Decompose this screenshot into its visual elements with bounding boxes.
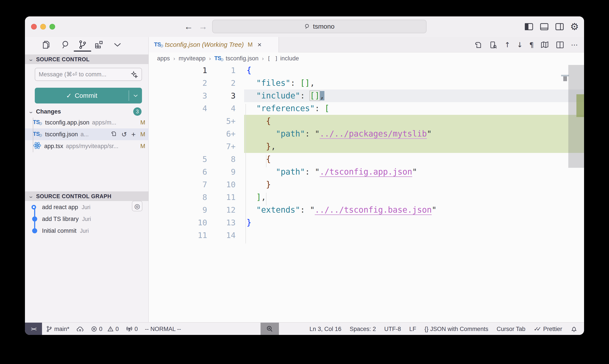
code-line-14[interactable]: 1114 [149, 229, 584, 242]
code-line-7[interactable]: 7+ }, [149, 140, 584, 153]
toggle-sidebar-icon[interactable] [524, 22, 533, 31]
cursor-tab-indicator[interactable]: Cursor Tab [497, 326, 525, 333]
encoding-indicator[interactable]: UTF-8 [384, 326, 401, 333]
next-change-icon[interactable]: ↓ [517, 41, 523, 49]
change-row-app.tsx[interactable]: app.tsxapps/myviteapp/sr...M [25, 140, 149, 152]
more-views-chevron-icon[interactable] [112, 39, 123, 50]
indentation-indicator[interactable]: Spaces: 2 [350, 326, 376, 333]
graph-commit-row[interactable]: add TS libraryJuri [25, 213, 149, 225]
source-control-header[interactable]: ⌄ SOURCE CONTROL [25, 54, 149, 64]
split-editor-icon[interactable] [556, 40, 564, 49]
close-traffic-light[interactable] [31, 24, 37, 29]
source-control-graph-header[interactable]: ⌄ SOURCE CONTROL GRAPH [25, 191, 149, 201]
commit-message: add react app [42, 204, 78, 211]
changes-section-header[interactable]: ⌄ Changes 3 [25, 106, 149, 117]
back-arrow-icon[interactable]: ← [184, 22, 193, 31]
code-line-2[interactable]: 22 "files": [], [149, 77, 584, 90]
language-mode-indicator[interactable]: {} JSON with Comments [425, 326, 489, 333]
change-row-tsconfig.app.json[interactable]: TS⚙tsconfig.app.jsonapps/m...M [25, 117, 149, 129]
line-background [244, 191, 584, 204]
code-line-4[interactable]: 44 "references": [ [149, 102, 584, 115]
code-line-8[interactable]: 58 { [149, 153, 584, 166]
code-line-11[interactable]: 811 ], [149, 191, 584, 204]
cursor-position-indicator[interactable]: Ln 3, Col 16 [310, 326, 341, 333]
search-sidebar-icon[interactable] [60, 39, 71, 50]
error-icon [91, 326, 97, 332]
tab-close-icon[interactable]: × [258, 41, 262, 49]
command-center-search[interactable]: tsmono [212, 20, 427, 33]
screencast-zoom-indicator[interactable] [260, 323, 279, 335]
tsconfig-file-icon: TS⚙ [33, 130, 42, 138]
vscode-window: ← → tsmono ⚙ [25, 16, 584, 335]
settings-gear-icon[interactable]: ⚙ [570, 22, 579, 31]
line-content: { [246, 64, 251, 77]
gear-icon: ⚙ [39, 133, 42, 138]
graph-commit-row[interactable]: Initial commitJuri [25, 225, 149, 237]
git-branch-icon [46, 326, 52, 332]
extensions-icon[interactable] [94, 39, 104, 50]
old-line-number: 9 [149, 204, 207, 216]
breadcrumb-item-tsconfig.json[interactable]: TS⚙tsconfig.json [214, 55, 259, 62]
code-diff-view[interactable]: 11{22 "files": [],33 "include": [],44 "r… [149, 64, 584, 242]
old-line-number: 5 [149, 153, 207, 166]
maximize-traffic-light[interactable] [50, 24, 55, 29]
eol-indicator[interactable]: LF [409, 326, 416, 333]
commit-dropdown-chevron[interactable] [129, 88, 142, 104]
line-background [244, 64, 584, 77]
code-line-5[interactable]: 5+ { [149, 115, 584, 128]
more-actions-icon[interactable]: ⋯ [571, 41, 578, 49]
ports-indicator[interactable]: 0 [126, 325, 138, 333]
toggle-panel-icon[interactable] [540, 22, 549, 31]
code-line-3[interactable]: 33 "include": [], [149, 90, 584, 102]
remote-indicator[interactable]: >< [25, 323, 42, 335]
sparkle-ai-icon[interactable] [130, 71, 138, 78]
array-symbol-icon: [ ] [267, 55, 278, 62]
discard-icon[interactable]: ↺ [121, 130, 127, 138]
commit-message-input[interactable]: Message (⌘⏎ to comm... [35, 68, 142, 81]
notifications-bell-icon[interactable] [570, 325, 578, 333]
tab-tsconfig-working-tree[interactable]: TS⚙ tsconfig.json (Working Tree) M × [149, 37, 279, 52]
commit-button[interactable]: ✓ Commit [35, 88, 142, 104]
stage-icon[interactable]: + [131, 130, 136, 139]
breadcrumb-item-apps[interactable]: apps [157, 55, 170, 62]
tab-modified-badge: M [248, 41, 253, 48]
search-icon [304, 23, 311, 29]
branch-indicator[interactable]: main* [46, 326, 69, 333]
breadcrumb-item-include[interactable]: [ ]include [267, 55, 299, 62]
problems-indicator[interactable]: 0 0 [91, 326, 119, 333]
code-line-10[interactable]: 710 } [149, 178, 584, 191]
inline-view-icon[interactable] [489, 40, 498, 49]
old-line-number: 11 [149, 229, 207, 242]
code-line-12[interactable]: 912 "extends": "../../tsconfig.base.json… [149, 204, 584, 216]
breadcrumb-item-myviteapp[interactable]: myviteapp [179, 55, 206, 62]
source-control-icon[interactable] [77, 39, 88, 50]
ports-count: 0 [135, 326, 138, 333]
line-content: "references": [ [246, 102, 329, 115]
formatter-indicator[interactable]: ✓✓ Prettier [534, 325, 562, 333]
map-icon[interactable] [540, 40, 549, 49]
warning-count: 0 [116, 326, 119, 333]
overview-cursor-marker [563, 76, 567, 81]
explorer-icon[interactable] [41, 39, 52, 50]
magnifier-plus-icon [266, 325, 274, 333]
vim-mode-indicator[interactable]: -- NORMAL -- [145, 326, 181, 333]
minimize-traffic-light[interactable] [40, 24, 46, 29]
open-changes-icon[interactable] [474, 40, 482, 49]
sync-cloud-icon[interactable] [76, 325, 84, 333]
forward-arrow-icon[interactable]: → [199, 22, 207, 31]
whitespace-toggle-icon[interactable]: ¶ [529, 41, 534, 49]
toggle-secondary-sidebar-icon[interactable] [555, 22, 564, 31]
code-line-9[interactable]: 69 "path": "./tsconfig.app.json" [149, 166, 584, 178]
graph-commit-row[interactable]: add react appJuri◎ [25, 201, 149, 213]
code-line-6[interactable]: 6+ "path": "../../packages/mytslib" [149, 128, 584, 140]
new-line-number: 14 [209, 229, 236, 242]
open-file-icon[interactable] [110, 130, 117, 139]
line-background [244, 178, 584, 191]
commit-button-main[interactable]: ✓ Commit [35, 88, 129, 104]
code-line-1[interactable]: 11{ [149, 64, 584, 77]
previous-change-icon[interactable]: ↑ [505, 41, 510, 49]
change-row-tsconfig.json[interactable]: TS⚙tsconfig.jsona...↺+M [25, 129, 149, 140]
code-line-13[interactable]: 1013} [149, 216, 584, 229]
goto-commit-button[interactable]: ◎ [132, 201, 143, 211]
file-path: apps/m... [92, 119, 140, 126]
